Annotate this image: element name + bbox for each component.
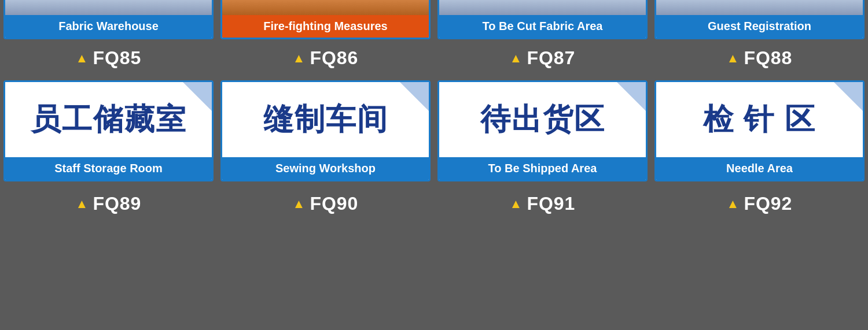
code-89: FQ89: [93, 193, 141, 214]
card-86-partial: Fire-fighting Measures: [217, 0, 434, 39]
card-85-partial: Fabric Warehouse: [0, 0, 217, 39]
card-87-label: To Be Cut Fabric Area: [439, 15, 646, 38]
card-86-label: Fire-fighting Measures: [222, 15, 429, 38]
card-90-label: Sewing Workshop: [222, 157, 429, 180]
card-92-wrapper: 检 针 区 Needle Area: [651, 77, 868, 185]
bottom-cards-row: 员工储藏室 Staff Storage Room 缝制车间 Sewing Wor…: [0, 77, 868, 185]
bottom-code-row: ▲ FQ89 ▲ FQ90 ▲ FQ91 ▲ FQ92: [0, 185, 868, 223]
code-88: FQ88: [744, 47, 792, 69]
code-cell-86: ▲ FQ86: [217, 39, 434, 77]
card-89-wrapper: 员工储藏室 Staff Storage Room: [0, 77, 217, 185]
code-90: FQ90: [310, 193, 358, 214]
card-85-label: Fabric Warehouse: [5, 15, 212, 38]
card-90-chinese: 缝制车间: [222, 82, 429, 157]
card-91-chinese: 待出货区: [439, 82, 646, 157]
code-92: FQ92: [744, 193, 792, 214]
code-cell-88: ▲ FQ88: [651, 39, 868, 77]
card-92-label: Needle Area: [656, 157, 863, 180]
code-cell-89: ▲ FQ89: [0, 185, 217, 223]
card-89: 员工储藏室 Staff Storage Room: [3, 80, 214, 181]
code-85: FQ85: [93, 47, 141, 69]
code-cell-91: ▲ FQ91: [434, 185, 651, 223]
card-88-label: Guest Registration: [656, 15, 863, 38]
card-92-chinese: 检 针 区: [656, 82, 863, 157]
code-91: FQ91: [527, 193, 575, 214]
code-87: FQ87: [527, 47, 575, 69]
code-cell-85: ▲ FQ85: [0, 39, 217, 77]
card-91: 待出货区 To Be Shipped Area: [437, 80, 648, 181]
card-88-partial: Guest Registration: [651, 0, 868, 39]
top-code-row: ▲ FQ85 ▲ FQ86 ▲ FQ87 ▲ FQ88: [0, 39, 868, 77]
arrow-icon-89: ▲: [76, 196, 89, 212]
card-91-label: To Be Shipped Area: [439, 157, 646, 180]
arrow-icon-88: ▲: [727, 51, 740, 66]
card-89-chinese: 员工储藏室: [5, 82, 212, 157]
code-cell-92: ▲ FQ92: [651, 185, 868, 223]
code-cell-90: ▲ FQ90: [217, 185, 434, 223]
top-cards-row: Fabric Warehouse Fire-fighting Measures …: [0, 0, 868, 39]
arrow-icon-92: ▲: [727, 196, 740, 212]
arrow-icon-90: ▲: [293, 196, 306, 212]
arrow-icon-91: ▲: [510, 196, 523, 212]
card-90: 缝制车间 Sewing Workshop: [220, 80, 431, 181]
card-89-label: Staff Storage Room: [5, 157, 212, 180]
card-87-partial: To Be Cut Fabric Area: [434, 0, 651, 39]
code-cell-87: ▲ FQ87: [434, 39, 651, 77]
arrow-icon-86: ▲: [293, 51, 306, 66]
card-91-wrapper: 待出货区 To Be Shipped Area: [434, 77, 651, 185]
arrow-icon-85: ▲: [76, 51, 89, 66]
arrow-icon-87: ▲: [510, 51, 523, 66]
card-90-wrapper: 缝制车间 Sewing Workshop: [217, 77, 434, 185]
card-92: 检 针 区 Needle Area: [654, 80, 865, 181]
code-86: FQ86: [310, 47, 358, 69]
